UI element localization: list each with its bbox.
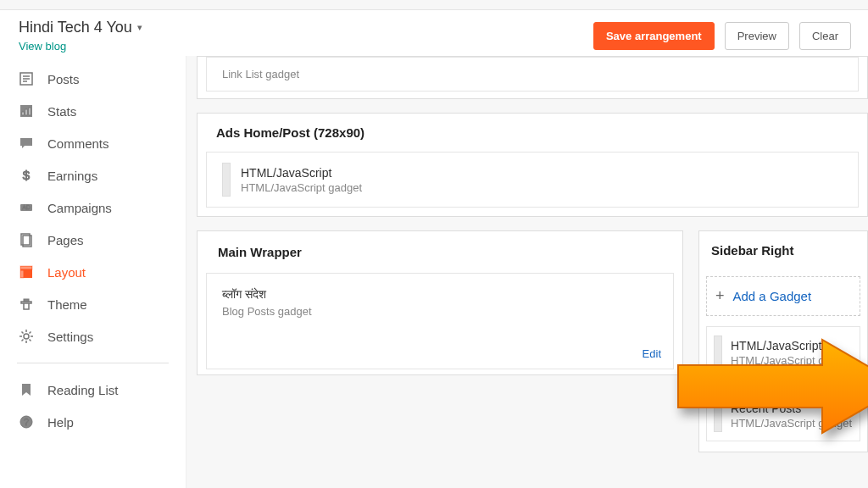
nav-theme[interactable]: Theme bbox=[0, 288, 186, 320]
gadget-title: ब्लॉग संदेश bbox=[222, 287, 658, 302]
top-strip bbox=[0, 0, 868, 10]
nav-label: Help bbox=[47, 415, 74, 430]
section-header: Main Wrapper bbox=[198, 231, 682, 273]
gadget-subtitle: HTML/JavaScript gadget bbox=[731, 417, 852, 430]
gadget-title: HTML/JavaScript bbox=[731, 339, 852, 352]
nav-label: Settings bbox=[47, 330, 93, 344]
nav-label: Earnings bbox=[47, 169, 97, 183]
edit-link[interactable]: Edit bbox=[643, 347, 661, 360]
nav-label: Campaigns bbox=[47, 201, 112, 215]
section-sidebar-right: Sidebar Right + Add a Gadget HTML/JavaSc… bbox=[698, 230, 868, 452]
nav-divider bbox=[17, 363, 169, 363]
nav-settings[interactable]: Settings bbox=[0, 320, 186, 352]
nav-label: Stats bbox=[47, 104, 76, 119]
section-header: Sidebar Right bbox=[699, 231, 867, 269]
chevron-down-icon: ▾ bbox=[137, 22, 142, 33]
section-ads: Ads Home/Post (728x90) HTML/JavaScript H… bbox=[197, 113, 868, 217]
nav-stats[interactable]: Stats bbox=[0, 95, 186, 127]
preview-button[interactable]: Preview bbox=[725, 22, 789, 50]
svg-rect-14 bbox=[20, 266, 32, 269]
plus-icon: + bbox=[715, 287, 725, 305]
gadget-subtitle: HTML/JavaScript gadget bbox=[731, 354, 852, 367]
view-blog-link[interactable]: View blog bbox=[19, 40, 142, 53]
nav-label: Pages bbox=[47, 233, 84, 247]
save-arrangement-button[interactable]: Save arrangement bbox=[593, 22, 715, 50]
nav-comments[interactable]: Comments bbox=[0, 127, 186, 159]
gadget-title: HTML/JavaScript bbox=[241, 166, 362, 180]
stats-icon bbox=[19, 103, 34, 119]
gadget-blog-posts[interactable]: ब्लॉग संदेश Blog Posts gadget Edit bbox=[206, 273, 674, 369]
nav-label: Theme bbox=[47, 297, 87, 312]
nav-posts[interactable]: Posts bbox=[0, 63, 186, 95]
posts-icon bbox=[19, 71, 34, 86]
svg-rect-6 bbox=[25, 109, 27, 115]
svg-rect-7 bbox=[29, 108, 31, 115]
nav-layout[interactable]: Layout bbox=[0, 256, 186, 288]
svg-rect-16 bbox=[24, 299, 29, 302]
gear-icon bbox=[19, 329, 34, 344]
nav-label: Posts bbox=[47, 72, 80, 86]
svg-point-17 bbox=[24, 334, 29, 339]
gadget-subtitle: Link List gadget bbox=[222, 68, 299, 80]
section-main-wrapper: Main Wrapper ब्लॉग संदेश Blog Posts gadg… bbox=[197, 230, 683, 375]
layout-icon bbox=[19, 264, 34, 280]
gadget-html-js[interactable]: HTML/JavaScript HTML/JavaScript gadget bbox=[206, 152, 859, 208]
blog-selector[interactable]: Hindi Tech 4 You ▾ bbox=[19, 19, 142, 36]
pages-icon bbox=[19, 232, 34, 247]
gadget-html-js-side[interactable]: HTML/JavaScript HTML/JavaScript gadget bbox=[706, 326, 860, 379]
nav-earnings[interactable]: $ Earnings bbox=[0, 159, 186, 191]
drag-handle-icon[interactable] bbox=[222, 163, 231, 197]
svg-rect-5 bbox=[22, 112, 24, 115]
theme-icon bbox=[19, 297, 34, 312]
nav-campaigns[interactable]: AD Campaigns bbox=[0, 191, 186, 224]
drag-handle-icon[interactable] bbox=[714, 398, 722, 432]
drag-handle-icon[interactable] bbox=[714, 336, 722, 369]
gadget-title: Recent Posts bbox=[731, 402, 852, 415]
header-bar: Hindi Tech 4 You ▾ View blog Save arrang… bbox=[0, 10, 868, 56]
svg-rect-15 bbox=[20, 270, 24, 278]
bookmark-icon bbox=[19, 382, 34, 397]
section-header: Ads Home/Post (728x90) bbox=[198, 114, 867, 152]
earnings-icon: $ bbox=[19, 168, 34, 183]
clear-button[interactable]: Clear bbox=[799, 22, 851, 50]
gadget-linklist[interactable]: Link List gadget bbox=[206, 57, 859, 92]
gadget-recent-posts[interactable]: Recent Posts HTML/JavaScript gadget bbox=[706, 389, 860, 441]
add-gadget-label: Add a Gadget bbox=[733, 289, 812, 303]
gadget-subtitle: HTML/JavaScript gadget bbox=[241, 181, 362, 194]
gadget-subtitle: Blog Posts gadget bbox=[222, 305, 658, 318]
svg-text:AD: AD bbox=[22, 204, 31, 210]
svg-text:$: $ bbox=[23, 168, 31, 182]
nav-pages[interactable]: Pages bbox=[0, 224, 186, 256]
nav-label: Reading List bbox=[47, 383, 118, 397]
nav-label: Comments bbox=[47, 136, 109, 151]
add-gadget-button[interactable]: + Add a Gadget bbox=[706, 276, 860, 316]
blog-title-text: Hindi Tech 4 You bbox=[19, 19, 132, 36]
campaigns-icon: AD bbox=[19, 200, 34, 215]
help-icon: ? bbox=[19, 414, 34, 430]
nav-help[interactable]: ? Help bbox=[0, 406, 186, 438]
nav-reading-list[interactable]: Reading List bbox=[0, 374, 186, 406]
nav-label: Layout bbox=[47, 265, 86, 280]
comments-icon bbox=[19, 136, 34, 151]
svg-text:?: ? bbox=[24, 417, 29, 427]
sidebar-nav: Posts Stats Comments $ Earnings AD Campa… bbox=[0, 56, 186, 488]
